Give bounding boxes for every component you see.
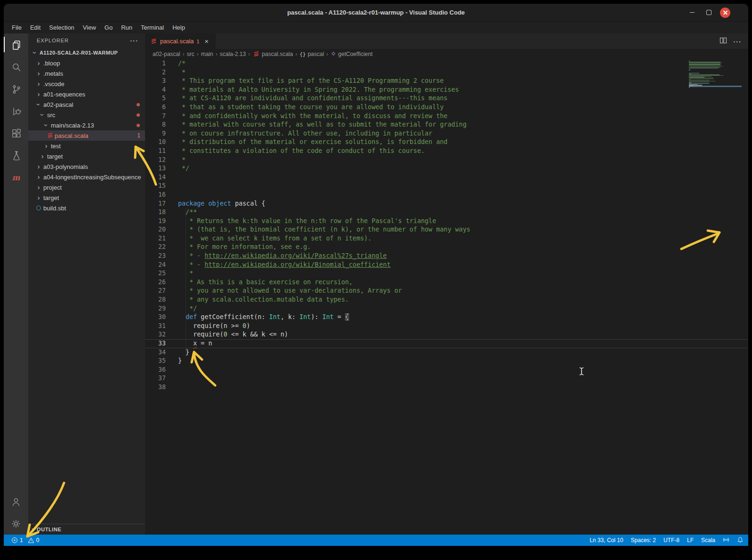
code-line-21[interactable]: 21 * we can select k items from a set of…: [145, 234, 748, 243]
tree-item-main-scala-2.13[interactable]: ›main/scala-2.13: [28, 120, 145, 130]
explorer-icon[interactable]: [4, 33, 28, 56]
breadcrumb-item-scala-2.13[interactable]: scala-2.13: [220, 51, 246, 57]
encoding[interactable]: UTF-8: [663, 537, 679, 544]
tree-item-test[interactable]: ›test: [28, 141, 145, 151]
code-line-12[interactable]: 12 *: [145, 156, 748, 165]
tree-item-a1120-scala2-r01-warmup[interactable]: ›A1120-SCALA2-R01-WARMUP: [28, 48, 145, 58]
close-icon[interactable]: [720, 8, 730, 18]
tree-item-a02-pascal[interactable]: ›a02-pascal: [28, 99, 145, 110]
code-line-24[interactable]: 24 * - http://en.wikipedia.org/wiki/Bino…: [145, 261, 748, 270]
run-debug-icon[interactable]: [4, 100, 28, 122]
code-line-9[interactable]: 9 * on course infrastructure. All other …: [145, 129, 748, 138]
menu-go[interactable]: Go: [100, 22, 117, 33]
close-tab-icon[interactable]: [202, 37, 211, 46]
code-line-37[interactable]: 37: [145, 374, 748, 383]
code-line-22[interactable]: 22 * For more information, see e.g.: [145, 243, 748, 252]
code-line-15[interactable]: 15: [145, 182, 748, 191]
maximize-icon[interactable]: [703, 8, 714, 18]
tree-item-target[interactable]: ›target: [28, 192, 145, 203]
code-line-31[interactable]: 31 require(n >= 0): [145, 322, 748, 331]
breadcrumb-item-src[interactable]: src: [187, 51, 194, 57]
explorer-actions-icon[interactable]: [130, 37, 139, 44]
code-line-28[interactable]: 28 * any scala.collection.mutable data t…: [145, 296, 748, 304]
minimap[interactable]: [689, 60, 742, 90]
code-line-18[interactable]: 18 /**: [145, 208, 748, 217]
menu-view[interactable]: View: [79, 22, 100, 33]
test-icon[interactable]: [4, 144, 28, 166]
tree-item-a03-polynomials[interactable]: ›a03-polynomials: [28, 161, 145, 172]
code-line-1[interactable]: 1/*: [145, 59, 748, 68]
code-line-33[interactable]: 33 x = n: [145, 339, 748, 348]
cursor-position[interactable]: Ln 33, Col 10: [590, 537, 623, 544]
tree-item-.vscode[interactable]: ›.vscode: [28, 79, 145, 89]
code-line-16[interactable]: 16: [145, 191, 748, 200]
code-line-14[interactable]: 14: [145, 173, 748, 182]
code-line-6[interactable]: 6 * that as a student taking the course …: [145, 103, 748, 112]
code-area[interactable]: 1/*2 *3 * This program text file is part…: [145, 59, 748, 392]
more-actions-icon[interactable]: [734, 37, 742, 46]
code-line-5[interactable]: 5 * at CS-A1120 are individual and confi…: [145, 94, 748, 103]
code-line-29[interactable]: 29 */: [145, 304, 748, 313]
breadcrumb-item-pascal[interactable]: pascal: [299, 51, 324, 57]
code-line-11[interactable]: 11 * constitutes a violation of the code…: [145, 147, 748, 156]
outline-section[interactable]: › OUTLINE: [28, 524, 145, 535]
breadcrumb-item-main[interactable]: main: [201, 51, 213, 57]
tree-item-src[interactable]: ›src: [28, 110, 145, 120]
editor-scrollbar[interactable]: [742, 59, 748, 535]
tree-item-project[interactable]: ›project: [28, 182, 145, 192]
breadcrumb-item-pascal.scala[interactable]: pascal.scala: [252, 50, 293, 58]
menu-file[interactable]: File: [8, 22, 26, 33]
code-line-20[interactable]: 20 * (that is, the binomial coefficient …: [145, 225, 748, 234]
breadcrumb-item-getcoefficient[interactable]: getCoefficient: [331, 51, 372, 58]
code-line-17[interactable]: 17package object pascal {: [145, 200, 748, 208]
tree-item-.bloop[interactable]: ›.bloop: [28, 58, 145, 68]
code-line-27[interactable]: 27 * you are not allowed to use var-decl…: [145, 287, 748, 296]
code-line-30[interactable]: 30 def getCoefficient(n: Int, k: Int): I…: [145, 313, 748, 322]
code-line-4[interactable]: 4 * materials at Aalto University in Spr…: [145, 86, 748, 95]
code-line-23[interactable]: 23 * - http://en.wikipedia.org/wiki/Pasc…: [145, 252, 748, 261]
code-line-35[interactable]: 35}: [145, 357, 748, 366]
code-line-32[interactable]: 32 require(0 <= k && k <= n): [145, 330, 748, 339]
menu-help[interactable]: Help: [168, 22, 189, 33]
tree-item-a01-sequences[interactable]: ›a01-sequences: [28, 89, 145, 99]
settings-icon[interactable]: [4, 512, 28, 535]
metals-icon[interactable]: m: [4, 166, 28, 188]
code-line-7[interactable]: 7 * and confidentially work with the mat…: [145, 112, 748, 121]
minimize-icon[interactable]: [687, 8, 697, 18]
split-editor-icon[interactable]: [720, 37, 727, 46]
tab-pascal-scala[interactable]: pascal.scala 1: [145, 33, 216, 49]
tree-item-.metals[interactable]: ›.metals: [28, 68, 145, 79]
code-line-10[interactable]: 10 * distribution of the material or exe…: [145, 138, 748, 147]
account-icon[interactable]: [4, 490, 28, 512]
menu-run[interactable]: Run: [117, 22, 137, 33]
code-line-13[interactable]: 13 */: [145, 164, 748, 173]
code-line-38[interactable]: 38: [145, 383, 748, 392]
tree-item-target[interactable]: ›target: [28, 151, 145, 161]
problems-indicator[interactable]: 1 0: [11, 537, 39, 544]
tree-item-pascal.scala[interactable]: pascal.scala1: [28, 130, 145, 141]
breadcrumb-item-a02-pascal[interactable]: a02-pascal: [153, 51, 180, 57]
code-line-3[interactable]: 3 * This program text file is part of th…: [145, 77, 748, 86]
code-line-25[interactable]: 25 *: [145, 269, 748, 278]
tree-item-a04-longestincreasingsubsequence[interactable]: ›a04-longestIncreasingSubsequence: [28, 172, 145, 182]
code-line-19[interactable]: 19 * Returns the k:th value in the n:th …: [145, 217, 748, 226]
code-line-34[interactable]: 34 }: [145, 348, 748, 357]
code-editor[interactable]: 1/*2 *3 * This program text file is part…: [145, 59, 748, 535]
code-line-26[interactable]: 26 * As this is a basic exercise on recu…: [145, 278, 748, 287]
indentation[interactable]: Spaces: 2: [631, 537, 656, 544]
language-mode[interactable]: Scala: [701, 537, 715, 544]
eol-sequence[interactable]: LF: [687, 537, 694, 544]
extensions-icon[interactable]: [4, 122, 28, 144]
code-line-8[interactable]: 8 * material with course staff, as well …: [145, 120, 748, 129]
tree-item-build.sbt[interactable]: build.sbt: [28, 203, 145, 213]
search-icon[interactable]: [4, 56, 28, 78]
code-line-2[interactable]: 2 *: [145, 68, 748, 77]
menu-edit[interactable]: Edit: [26, 22, 45, 33]
broadcast-icon[interactable]: [723, 536, 729, 544]
bell-icon[interactable]: [737, 536, 744, 544]
menu-terminal[interactable]: Terminal: [137, 22, 168, 33]
menu-selection[interactable]: Selection: [45, 22, 78, 33]
breadcrumb: a02-pascal›src›main›scala-2.13›pascal.sc…: [145, 49, 748, 59]
source-control-icon[interactable]: [4, 78, 28, 100]
code-line-36[interactable]: 36: [145, 366, 748, 375]
